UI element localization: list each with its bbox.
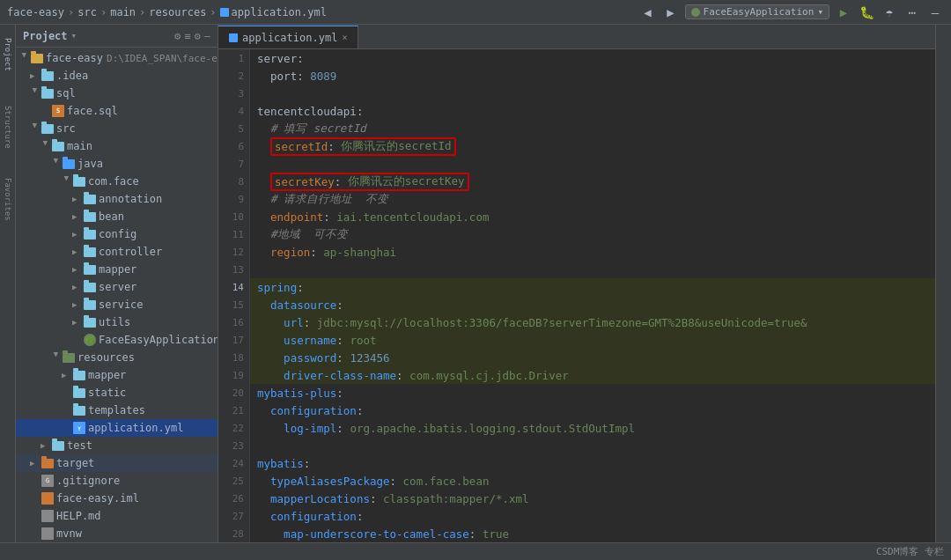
tree-item-mapper[interactable]: ▶ mapper: [16, 261, 217, 278]
arrow-java: ▶: [52, 158, 61, 169]
tree-item-helpmd[interactable]: HELP.md: [16, 507, 217, 525]
arrow-src: ▶: [31, 123, 40, 134]
tree-item-controller[interactable]: ▶ controller: [16, 243, 217, 261]
yaml-file-icon: Y: [72, 421, 86, 435]
ln-4: 4: [218, 102, 249, 120]
panel-title: Project: [23, 30, 68, 42]
label-templates: templates: [88, 404, 145, 416]
close-panel-icon[interactable]: —: [204, 30, 210, 42]
bc-resources[interactable]: resources: [149, 6, 206, 18]
ln-24: 24: [218, 454, 249, 472]
tree-item-sql[interactable]: ▶ sql: [16, 85, 217, 102]
ln-18: 18: [218, 349, 249, 366]
tree-item-mvnw[interactable]: mvnw: [16, 525, 217, 542]
tree-item-bean[interactable]: ▶ bean: [16, 208, 217, 225]
bc-yaml[interactable]: application.yml: [220, 6, 327, 18]
tree-item-static[interactable]: static: [16, 384, 217, 402]
gear-icon[interactable]: ⚙: [195, 30, 201, 42]
code-area[interactable]: server: port: 8089 tencentcloudapi: # 填写…: [250, 49, 935, 542]
tree-item-resources[interactable]: ▶ resources: [16, 349, 217, 366]
bc-main[interactable]: main: [110, 6, 136, 18]
status-bar: CSDM博客 专栏: [0, 542, 951, 560]
val-url: jdbc:mysql://localhost:3306/faceDB?serve…: [317, 316, 807, 329]
val-secretkey: 你腾讯云的secretKey: [348, 174, 465, 189]
label-faceapp: FaceEasyApplication: [99, 334, 217, 346]
arrow-mapper: ▶: [72, 265, 83, 274]
tree-item-mapper2[interactable]: ▶ mapper: [16, 366, 217, 384]
tree-item-src[interactable]: ▶ src: [16, 120, 217, 137]
tree-item-gitignore[interactable]: G .gitignore: [16, 472, 217, 490]
run-button[interactable]: ▶: [835, 4, 852, 21]
tab-project[interactable]: Project: [1, 28, 15, 81]
back-btn[interactable]: ◀: [639, 4, 657, 21]
tree-item-config[interactable]: ▶ config: [16, 225, 217, 243]
tree-item-faceapp[interactable]: 🌿 FaceEasyApplication: [16, 331, 217, 349]
kw-password: password: [284, 351, 336, 365]
tree-item-main[interactable]: ▶ main: [16, 137, 217, 155]
folder-icon-comface: [72, 174, 86, 188]
tree-item-annotation[interactable]: ▶ annotation: [16, 190, 217, 208]
ln-20: 20: [218, 384, 249, 402]
code-line-10: endpoint: iai.tencentcloudapi.com: [250, 208, 935, 225]
label-config: config: [99, 228, 136, 240]
run-config-selector[interactable]: FaceEasyApplication ▾: [685, 4, 829, 19]
kw-mybatisplus: mybatis-plus: [257, 387, 336, 400]
label-static: static: [88, 387, 126, 399]
folder-icon-mapper2: [72, 368, 86, 382]
project-tree: ▶ face-easy D:\IDEA_SPAN\face-easy ▶ .id…: [16, 48, 217, 542]
more-button[interactable]: ⋯: [903, 4, 921, 21]
secretid-box: secretId: 你腾讯云的secretId: [270, 137, 456, 156]
folder-icon-controller: [83, 245, 97, 259]
tree-item-idea[interactable]: ▶ .idea: [16, 67, 217, 85]
tab-favorites[interactable]: Favorites: [1, 173, 15, 225]
kw-logimpl: log-impl: [284, 422, 336, 435]
kw-mapperlocations: mapperLocations: [270, 492, 370, 505]
tree-item-iml[interactable]: face-easy.iml: [16, 490, 217, 507]
tree-item-java[interactable]: ▶ java: [16, 155, 217, 173]
folder-icon-java: [62, 157, 76, 171]
label-service: service: [99, 298, 144, 311]
ln-9: 9: [218, 190, 249, 208]
bc-face-easy[interactable]: face-easy: [7, 6, 64, 18]
tree-item-appyml[interactable]: Y application.yml: [16, 419, 217, 437]
tab-structure[interactable]: Structure: [1, 100, 15, 153]
collapse-icon[interactable]: ≡: [184, 30, 190, 42]
settings-icon[interactable]: ⚙: [174, 30, 181, 42]
tree-item-templates[interactable]: templates: [16, 402, 217, 419]
label-resources: resources: [77, 351, 135, 364]
editor-content[interactable]: 1 2 3 4 5 6 7 8 9 10 11 12 13 14 15 16 1…: [218, 49, 935, 542]
val-port: 8089: [310, 70, 336, 83]
debug-button[interactable]: 🐛: [858, 4, 875, 21]
arrow-utils: ▶: [72, 318, 83, 327]
folder-icon-src: [41, 122, 55, 136]
tree-item-server[interactable]: ▶ server: [16, 278, 217, 296]
kw-server: server: [257, 52, 297, 65]
comment-11: #地域 可不变: [257, 227, 348, 242]
tree-item-utils[interactable]: ▶ utils: [16, 313, 217, 331]
code-line-12: region: ap-shanghai: [250, 243, 935, 261]
tab-appyml[interactable]: application.yml ×: [218, 26, 358, 48]
val-driver: com.mysql.cj.jdbc.Driver: [409, 369, 569, 382]
panel-dropdown[interactable]: ▾: [71, 30, 77, 41]
line-numbers: 1 2 3 4 5 6 7 8 9 10 11 12 13 14 15 16 1…: [218, 49, 250, 542]
ln-17: 17: [218, 331, 249, 349]
tree-item-comface[interactable]: ▶ com.face: [16, 173, 217, 190]
bc-src[interactable]: src: [77, 6, 97, 18]
code-line-25: typeAliasesPackage: com.face.bean: [250, 472, 935, 490]
forward-btn[interactable]: ▶: [662, 4, 680, 21]
folder-icon-resources: [62, 350, 76, 365]
tree-item-test[interactable]: ▶ test: [16, 437, 217, 454]
tree-item-service[interactable]: ▶ service: [16, 296, 217, 313]
coverage-button[interactable]: ☂: [881, 4, 898, 21]
toolbar-right: ◀ ▶ FaceEasyApplication ▾ ▶ 🐛 ☂ ⋯ —: [639, 4, 944, 21]
tree-item-face-sql[interactable]: S face.sql: [16, 102, 217, 120]
tree-item-target[interactable]: ▶ target: [16, 454, 217, 472]
tree-item-face-easy[interactable]: ▶ face-easy D:\IDEA_SPAN\face-easy: [16, 49, 217, 67]
minimize-button[interactable]: —: [926, 4, 944, 21]
code-line-22: log-impl: org.apache.ibatis.logging.stdo…: [250, 419, 935, 437]
label-sql: sql: [56, 87, 76, 99]
label-mvnw: mvnw: [56, 527, 82, 540]
kw-port: port: [270, 70, 297, 83]
spring-icon: 🌿: [83, 333, 97, 347]
tab-close-btn[interactable]: ×: [342, 33, 347, 42]
